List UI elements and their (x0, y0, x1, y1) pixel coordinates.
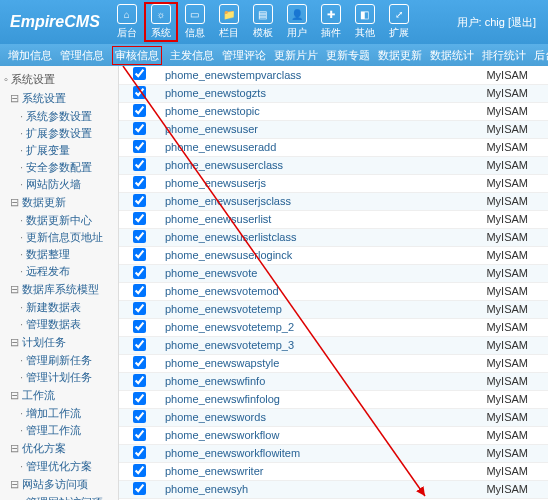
tree-item-1-1[interactable]: 更新信息页地址 (0, 229, 118, 246)
table-name-cell[interactable]: phome_enewsuserjs (159, 174, 442, 192)
subbar-item-7[interactable]: 数据更新 (378, 48, 422, 63)
topnav-info[interactable]: ▭信息 (178, 2, 212, 42)
tree-group-5[interactable]: 优化方案 (0, 439, 118, 458)
table-name-cell[interactable]: phome_enewswords (159, 408, 442, 426)
row-checkbox[interactable] (133, 67, 146, 80)
user-link[interactable]: chig (485, 16, 505, 28)
table-name-cell[interactable]: phome_enewsworkflow (159, 426, 442, 444)
table-row: phome_enewsuseraddMyISAM (119, 138, 548, 156)
row-checkbox[interactable] (133, 176, 146, 189)
table-name-cell[interactable]: phome_enewsworkflowitem (159, 444, 442, 462)
row-checkbox[interactable] (133, 320, 146, 333)
row-checkbox[interactable] (133, 374, 146, 387)
engine-cell: MyISAM (442, 120, 548, 138)
tree-item-2-1[interactable]: 管理数据表 (0, 316, 118, 333)
subbar-item-3[interactable]: 主发信息 (170, 48, 214, 63)
subbar-item-0[interactable]: 增加信息 (8, 48, 52, 63)
table-name-cell[interactable]: phome_enewstempvarclass (159, 66, 442, 84)
row-checkbox[interactable] (133, 266, 146, 279)
table-name-cell[interactable]: phome_enewsuserjsclass (159, 192, 442, 210)
table-name-cell[interactable]: phome_enewsuserclass (159, 156, 442, 174)
tree-group-0[interactable]: 系统设置 (0, 89, 118, 108)
logout-link[interactable]: [退出] (508, 16, 536, 28)
tree-item-0-1[interactable]: 扩展参数设置 (0, 125, 118, 142)
row-checkbox[interactable] (133, 122, 146, 135)
table-name-cell[interactable]: phome_enewsuserlist (159, 210, 442, 228)
row-checkbox[interactable] (133, 194, 146, 207)
tree-item-0-2[interactable]: 扩展变量 (0, 142, 118, 159)
subbar-item-8[interactable]: 数据统计 (430, 48, 474, 63)
table-name-cell[interactable]: phome_enewsvote (159, 264, 442, 282)
row-checkbox[interactable] (133, 410, 146, 423)
row-checkbox[interactable] (133, 338, 146, 351)
row-checkbox[interactable] (133, 464, 146, 477)
row-checkbox[interactable] (133, 158, 146, 171)
row-checkbox[interactable] (133, 446, 146, 459)
tree-item-1-3[interactable]: 远程发布 (0, 263, 118, 280)
table-name-cell[interactable]: phome_enewsyh (159, 480, 442, 498)
row-checkbox[interactable] (133, 356, 146, 369)
topnav-other[interactable]: ◧其他 (348, 2, 382, 42)
row-checkbox[interactable] (133, 104, 146, 117)
topnav-home[interactable]: ⌂后台 (110, 2, 144, 42)
table-name-cell[interactable]: phome_enewstogzts (159, 84, 442, 102)
tree-item-1-2[interactable]: 数据整理 (0, 246, 118, 263)
subbar-item-9[interactable]: 排行统计 (482, 48, 526, 63)
subbar-item-10[interactable]: 后台首页 (534, 48, 548, 63)
table-name-cell[interactable]: phome_enewsuser (159, 120, 442, 138)
subbar-item-2[interactable]: 审核信息 (112, 46, 162, 65)
row-checkbox[interactable] (133, 428, 146, 441)
row-checkbox[interactable] (133, 302, 146, 315)
table-name-cell[interactable]: phome_enewswfinfo (159, 372, 442, 390)
row-checkbox[interactable] (133, 212, 146, 225)
tree-item-4-0[interactable]: 增加工作流 (0, 405, 118, 422)
subbar-item-5[interactable]: 更新片片 (274, 48, 318, 63)
table-name-cell[interactable]: phome_enewsuserloginck (159, 246, 442, 264)
tree-item-0-4[interactable]: 网站防火墙 (0, 176, 118, 193)
row-checkbox[interactable] (133, 86, 146, 99)
tree-item-0-3[interactable]: 安全参数配置 (0, 159, 118, 176)
topnav-extend[interactable]: ⤢扩展 (382, 2, 416, 42)
engine-cell: MyISAM (442, 192, 548, 210)
table-name-cell[interactable]: phome_enewswriter (159, 462, 442, 480)
row-checkbox[interactable] (133, 230, 146, 243)
row-checkbox[interactable] (133, 392, 146, 405)
tree-item-6-0[interactable]: 管理网站访问项 (0, 494, 118, 500)
engine-cell: MyISAM (442, 84, 548, 102)
row-checkbox[interactable] (133, 248, 146, 261)
table-name-cell[interactable]: phome_enewswfinfolog (159, 390, 442, 408)
row-checkbox[interactable] (133, 284, 146, 297)
table-name-cell[interactable]: phome_enewstopic (159, 102, 442, 120)
tree-item-0-0[interactable]: 系统参数设置 (0, 108, 118, 125)
tree-group-1[interactable]: 数据更新 (0, 193, 118, 212)
tree-item-1-0[interactable]: 数据更新中心 (0, 212, 118, 229)
topnav-template[interactable]: ▤模板 (246, 2, 280, 42)
tree-group-2[interactable]: 数据库系统模型 (0, 280, 118, 299)
subbar-item-4[interactable]: 管理评论 (222, 48, 266, 63)
topnav-column[interactable]: 📁栏目 (212, 2, 246, 42)
tree-item-4-1[interactable]: 管理工作流 (0, 422, 118, 439)
topnav-system[interactable]: ☼系统 (144, 2, 178, 42)
tree-group-3[interactable]: 计划任务 (0, 333, 118, 352)
table-name-cell[interactable]: phome_enewsuserlistclass (159, 228, 442, 246)
subbar-item-1[interactable]: 管理信息 (60, 48, 104, 63)
plugin-icon: ✚ (321, 4, 341, 24)
table-name-cell[interactable]: phome_enewsvotetemp (159, 300, 442, 318)
table-name-cell[interactable]: phome_enewsvotetemp_3 (159, 336, 442, 354)
table-name-cell[interactable]: phome_enewsvotemod (159, 282, 442, 300)
tree-item-3-0[interactable]: 管理刷新任务 (0, 352, 118, 369)
tree-item-2-0[interactable]: 新建数据表 (0, 299, 118, 316)
topnav-user[interactable]: 👤用户 (280, 2, 314, 42)
topnav-plugin[interactable]: ✚插件 (314, 2, 348, 42)
tree-item-3-1[interactable]: 管理计划任务 (0, 369, 118, 386)
table-name-cell[interactable]: phome_enewsuseradd (159, 138, 442, 156)
tree-item-5-0[interactable]: 管理优化方案 (0, 458, 118, 475)
table-name-cell[interactable]: phome_enewsvotetemp_2 (159, 318, 442, 336)
table-name-cell[interactable]: phome_enewswapstyle (159, 354, 442, 372)
row-checkbox[interactable] (133, 140, 146, 153)
subbar-item-6[interactable]: 更新专题 (326, 48, 370, 63)
tree-group-4[interactable]: 工作流 (0, 386, 118, 405)
engine-cell: MyISAM (442, 444, 548, 462)
row-checkbox[interactable] (133, 482, 146, 495)
tree-group-6[interactable]: 网站多访问项 (0, 475, 118, 494)
